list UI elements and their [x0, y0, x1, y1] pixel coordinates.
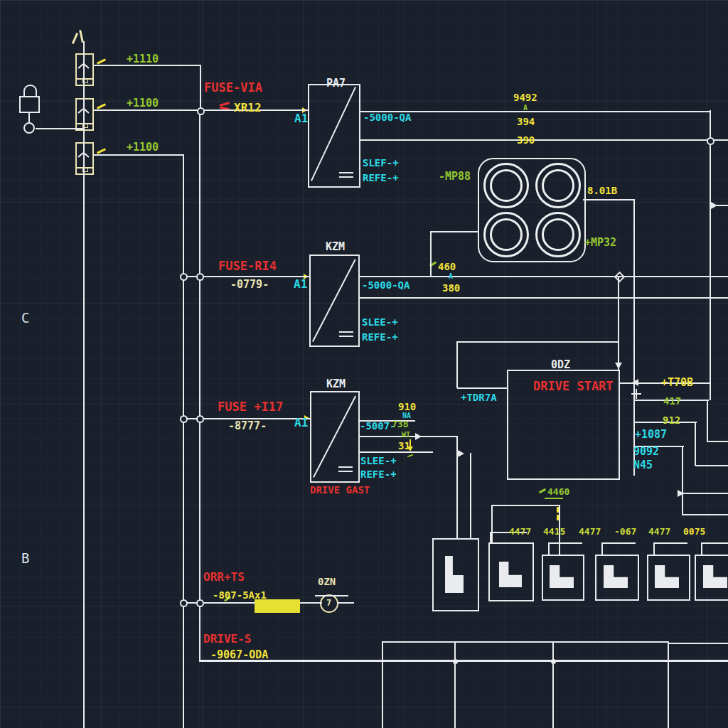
meter-value: 7 [326, 599, 331, 607]
motor-symbol [478, 158, 586, 262]
wire [454, 641, 456, 728]
fuse-via-title: FUSE-VIA [204, 82, 262, 94]
marker-a-9492: A [523, 105, 528, 112]
wire [701, 542, 702, 555]
connection-node [707, 137, 714, 145]
drive1-a1: A1 [294, 113, 308, 124]
drive3-pin-slee: SLEE-+ [360, 456, 397, 466]
wire [382, 641, 383, 728]
wire [492, 505, 560, 506]
wire-num-9492: 9492 [513, 92, 537, 102]
wire [470, 453, 471, 540]
wire-num-460: 460 [438, 262, 456, 272]
wire [337, 602, 354, 604]
wire [695, 422, 696, 466]
fuse-symbol-2 [75, 98, 94, 131]
bus-wire [199, 660, 728, 662]
wire-num-912: 912 [663, 415, 680, 425]
wire-num-4477-c: 4477 [648, 527, 670, 536]
wire [456, 436, 458, 540]
wire [382, 641, 669, 643]
wire [668, 643, 669, 728]
wire-label-0779: -0779- [230, 279, 269, 290]
drive3-output-5007: -5007- [360, 421, 396, 431]
wire [695, 465, 728, 466]
net-label-1110: +1110 [127, 54, 159, 65]
marker-a-460: A [449, 273, 453, 280]
wire-label-n45: N45 [633, 460, 653, 471]
drive-start-title: DRIVE START [533, 380, 614, 392]
connection-node [196, 273, 204, 281]
wire [682, 446, 683, 515]
padlock-terminal [23, 122, 35, 134]
fuse-i17-title: FUSE +I17 [218, 401, 283, 413]
wire [618, 276, 619, 370]
connection-dot [453, 659, 458, 664]
wire-label-9067-oda: -9067-ODA [210, 650, 268, 660]
wire-num-417: 417 [663, 396, 681, 406]
red-scribble [220, 102, 230, 106]
wire [359, 139, 728, 141]
wire [457, 341, 619, 343]
wire [300, 602, 322, 604]
highlight-bar [255, 599, 300, 613]
row-marker-c: C [21, 311, 29, 325]
drive2-pin-slee: SLEE-+ [362, 317, 398, 327]
motor-label-mp88: -MP88 [439, 171, 471, 182]
connection-node [196, 415, 204, 423]
schematic-canvas: +1110+1100+1100CBFUSE-VIAXR12PA7A1-5000-… [0, 0, 728, 728]
wire-num-380: 380 [442, 283, 460, 293]
wire [200, 65, 201, 110]
wire [83, 41, 85, 728]
wire-label-t70b: +T70B [661, 378, 693, 388]
connection-node [180, 415, 188, 423]
wire [548, 542, 582, 544]
wire-num-801b: 8.01B [587, 186, 617, 196]
wire-label-807-5ax1: -807-5Ax1 [213, 590, 267, 600]
wire-num-4477-a: 4477 [509, 527, 531, 536]
wire-num-738: 738 [392, 419, 408, 429]
wire [583, 199, 635, 200]
wire [701, 542, 728, 544]
fuse-ri4-title: FUSE-RI4 [218, 260, 277, 272]
arrow-right [458, 450, 464, 457]
wire [548, 542, 550, 555]
connection-node [197, 107, 205, 115]
net-label-1100-a: +1100 [127, 98, 159, 109]
wire [359, 111, 711, 112]
wire-num-4415: 4415 [543, 527, 565, 536]
drive3-pin-refe: REFE-+ [360, 469, 397, 479]
wire-num-9092: 9092 [633, 446, 659, 457]
drive2-a1: A1 [294, 279, 307, 290]
wire [93, 154, 184, 156]
drive2-pin-refe: REFE-+ [362, 332, 398, 342]
wire [28, 112, 30, 123]
wire [456, 341, 458, 388]
drive2-output-qa: -5000-QA [362, 280, 410, 290]
connection-node [196, 599, 204, 607]
wire-num-4477-b: 4477 [579, 527, 601, 536]
drive3-a1: A1 [294, 417, 308, 429]
orr-ts-title: ORR+TS [203, 572, 245, 583]
connection-dot [551, 659, 556, 664]
motor-label-mp32: +MP32 [584, 237, 616, 248]
wire [653, 542, 687, 544]
drive-start-tag: 0DZ [551, 360, 570, 370]
drive1-output-qa: -5000-QA [363, 112, 411, 122]
wire-num-31: 31 [398, 441, 410, 451]
marker-wi: WI [402, 432, 410, 439]
wire [430, 231, 432, 277]
net-label-1100-b: +1100 [127, 142, 159, 153]
wire-num-394: 394 [517, 117, 535, 127]
wire [710, 110, 711, 400]
wire [199, 110, 200, 662]
drive2-tag: KZM [326, 242, 345, 252]
row-marker-b: B [21, 552, 29, 565]
drive1-pin-refe: REFE-+ [363, 173, 399, 183]
wire [653, 542, 655, 555]
wire [707, 400, 708, 442]
wire [683, 493, 728, 494]
drive1-pin-slef: SLEF-+ [363, 158, 399, 168]
fuse-symbol-1 [75, 53, 94, 86]
drive-gast-title: DRIVE GAST [310, 485, 370, 495]
